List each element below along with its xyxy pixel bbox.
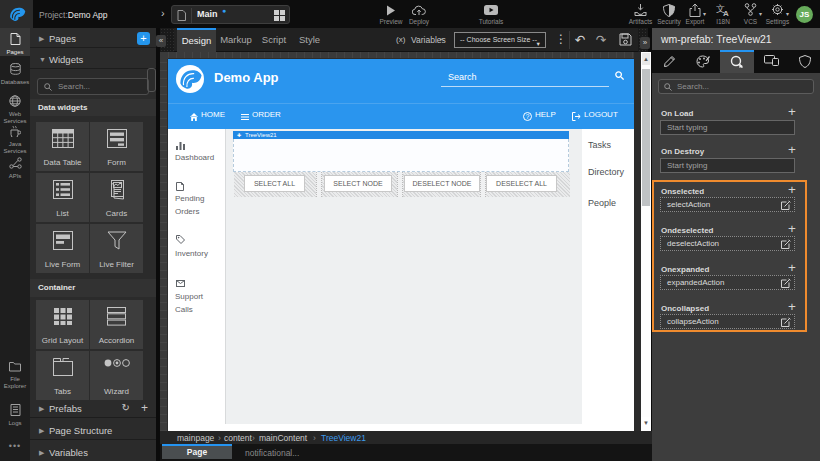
svg-text:A: A [723,9,729,17]
svg-text:?: ? [526,113,530,120]
